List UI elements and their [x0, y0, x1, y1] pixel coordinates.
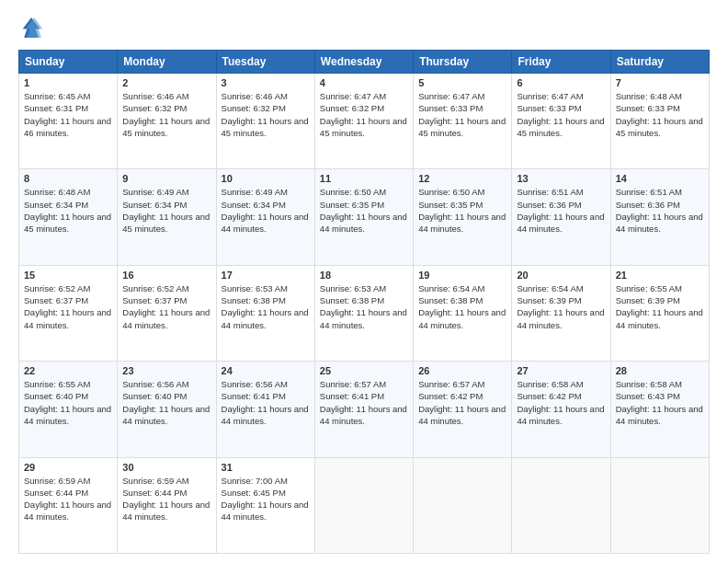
day-number: 31	[222, 462, 310, 473]
svg-marker-1	[26, 17, 43, 38]
cell-content: Sunrise: 6:59 AM Sunset: 6:44 PM Dayligh…	[24, 475, 112, 523]
day-number: 19	[418, 270, 506, 281]
day-number: 2	[122, 77, 210, 88]
day-number: 17	[222, 270, 310, 281]
cell-content: Sunrise: 6:45 AM Sunset: 6:31 PM Dayligh…	[24, 90, 112, 139]
day-header-friday: Friday	[512, 51, 610, 74]
calendar-cell: 24 Sunrise: 6:56 AM Sunset: 6:41 PM Dayl…	[216, 362, 314, 457]
calendar-cell	[512, 457, 610, 553]
calendar-cell: 23 Sunrise: 6:56 AM Sunset: 6:40 PM Dayl…	[118, 362, 216, 457]
calendar-cell: 7 Sunrise: 6:48 AM Sunset: 6:33 PM Dayli…	[610, 74, 709, 169]
day-number: 15	[24, 270, 112, 281]
calendar-cell: 30 Sunrise: 6:59 AM Sunset: 6:44 PM Dayl…	[118, 457, 216, 553]
day-number: 22	[24, 365, 112, 376]
day-number: 18	[320, 270, 408, 281]
day-number: 4	[320, 77, 408, 88]
cell-content: Sunrise: 6:58 AM Sunset: 6:42 PM Dayligh…	[517, 378, 605, 427]
day-number: 9	[122, 173, 210, 184]
cell-content: Sunrise: 6:54 AM Sunset: 6:39 PM Dayligh…	[517, 282, 605, 331]
calendar-cell: 27 Sunrise: 6:58 AM Sunset: 6:42 PM Dayl…	[512, 362, 610, 457]
cell-content: Sunrise: 6:57 AM Sunset: 6:41 PM Dayligh…	[320, 378, 408, 427]
calendar-cell: 20 Sunrise: 6:54 AM Sunset: 6:39 PM Dayl…	[512, 265, 610, 361]
cell-content: Sunrise: 6:56 AM Sunset: 6:40 PM Dayligh…	[122, 378, 210, 427]
cell-content: Sunrise: 6:50 AM Sunset: 6:35 PM Dayligh…	[320, 186, 408, 235]
header	[18, 15, 710, 40]
day-header-monday: Monday	[118, 51, 216, 74]
calendar-week-5: 29 Sunrise: 6:59 AM Sunset: 6:44 PM Dayl…	[19, 457, 710, 553]
calendar-cell: 15 Sunrise: 6:52 AM Sunset: 6:37 PM Dayl…	[19, 265, 118, 361]
day-number: 26	[418, 365, 506, 376]
day-number: 27	[517, 365, 605, 376]
calendar-cell: 25 Sunrise: 6:57 AM Sunset: 6:41 PM Dayl…	[314, 362, 413, 457]
cell-content: Sunrise: 6:52 AM Sunset: 6:37 PM Dayligh…	[122, 282, 210, 331]
day-number: 28	[616, 365, 704, 376]
cell-content: Sunrise: 6:46 AM Sunset: 6:32 PM Dayligh…	[122, 90, 210, 139]
day-number: 8	[24, 173, 112, 184]
calendar-cell: 11 Sunrise: 6:50 AM Sunset: 6:35 PM Dayl…	[314, 169, 413, 265]
calendar-cell: 3 Sunrise: 6:46 AM Sunset: 6:32 PM Dayli…	[216, 74, 314, 169]
cell-content: Sunrise: 6:48 AM Sunset: 6:33 PM Dayligh…	[616, 90, 704, 139]
calendar-cell: 18 Sunrise: 6:53 AM Sunset: 6:38 PM Dayl…	[314, 265, 413, 361]
day-number: 5	[418, 77, 506, 88]
calendar-table: SundayMondayTuesdayWednesdayThursdayFrid…	[18, 50, 710, 554]
calendar-cell: 6 Sunrise: 6:47 AM Sunset: 6:33 PM Dayli…	[512, 74, 610, 169]
day-header-sunday: Sunday	[19, 51, 118, 74]
cell-content: Sunrise: 6:46 AM Sunset: 6:32 PM Dayligh…	[222, 90, 310, 139]
calendar-cell: 22 Sunrise: 6:55 AM Sunset: 6:40 PM Dayl…	[19, 362, 118, 457]
calendar-cell: 12 Sunrise: 6:50 AM Sunset: 6:35 PM Dayl…	[414, 169, 512, 265]
day-number: 13	[517, 173, 605, 184]
logo-icon	[18, 15, 44, 40]
day-number: 10	[222, 173, 310, 184]
page: SundayMondayTuesdayWednesdayThursdayFrid…	[0, 0, 728, 563]
logo	[18, 15, 48, 40]
cell-content: Sunrise: 6:57 AM Sunset: 6:42 PM Dayligh…	[418, 378, 506, 427]
calendar-cell: 4 Sunrise: 6:47 AM Sunset: 6:32 PM Dayli…	[314, 74, 413, 169]
day-number: 24	[222, 365, 310, 376]
calendar-cell: 16 Sunrise: 6:52 AM Sunset: 6:37 PM Dayl…	[118, 265, 216, 361]
calendar-week-3: 15 Sunrise: 6:52 AM Sunset: 6:37 PM Dayl…	[19, 265, 710, 361]
day-number: 25	[320, 365, 408, 376]
cell-content: Sunrise: 6:55 AM Sunset: 6:39 PM Dayligh…	[616, 282, 704, 331]
calendar-cell: 8 Sunrise: 6:48 AM Sunset: 6:34 PM Dayli…	[19, 169, 118, 265]
calendar-cell: 13 Sunrise: 6:51 AM Sunset: 6:36 PM Dayl…	[512, 169, 610, 265]
cell-content: Sunrise: 6:47 AM Sunset: 6:33 PM Dayligh…	[418, 90, 506, 139]
cell-content: Sunrise: 6:56 AM Sunset: 6:41 PM Dayligh…	[222, 378, 310, 427]
day-header-thursday: Thursday	[414, 51, 512, 74]
calendar-cell	[610, 457, 709, 553]
day-header-tuesday: Tuesday	[216, 51, 314, 74]
calendar-cell	[414, 457, 512, 553]
cell-content: Sunrise: 6:52 AM Sunset: 6:37 PM Dayligh…	[24, 282, 112, 331]
day-number: 11	[320, 173, 408, 184]
calendar-cell: 26 Sunrise: 6:57 AM Sunset: 6:42 PM Dayl…	[414, 362, 512, 457]
cell-content: Sunrise: 6:51 AM Sunset: 6:36 PM Dayligh…	[517, 186, 605, 235]
day-number: 3	[222, 77, 310, 88]
calendar-cell: 10 Sunrise: 6:49 AM Sunset: 6:34 PM Dayl…	[216, 169, 314, 265]
calendar-cell: 1 Sunrise: 6:45 AM Sunset: 6:31 PM Dayli…	[19, 74, 118, 169]
day-number: 29	[24, 462, 112, 473]
calendar-cell: 19 Sunrise: 6:54 AM Sunset: 6:38 PM Dayl…	[414, 265, 512, 361]
cell-content: Sunrise: 6:48 AM Sunset: 6:34 PM Dayligh…	[24, 186, 112, 235]
day-header-saturday: Saturday	[610, 51, 709, 74]
day-number: 12	[418, 173, 506, 184]
cell-content: Sunrise: 6:55 AM Sunset: 6:40 PM Dayligh…	[24, 378, 112, 427]
calendar-week-4: 22 Sunrise: 6:55 AM Sunset: 6:40 PM Dayl…	[19, 362, 710, 457]
cell-content: Sunrise: 6:49 AM Sunset: 6:34 PM Dayligh…	[122, 186, 210, 235]
calendar-cell: 5 Sunrise: 6:47 AM Sunset: 6:33 PM Dayli…	[414, 74, 512, 169]
calendar-cell: 14 Sunrise: 6:51 AM Sunset: 6:36 PM Dayl…	[610, 169, 709, 265]
calendar-cell: 9 Sunrise: 6:49 AM Sunset: 6:34 PM Dayli…	[118, 169, 216, 265]
day-number: 7	[616, 77, 704, 88]
calendar-cell	[314, 457, 413, 553]
cell-content: Sunrise: 6:47 AM Sunset: 6:33 PM Dayligh…	[517, 90, 605, 139]
calendar-cell: 21 Sunrise: 6:55 AM Sunset: 6:39 PM Dayl…	[610, 265, 709, 361]
calendar-cell: 29 Sunrise: 6:59 AM Sunset: 6:44 PM Dayl…	[19, 457, 118, 553]
cell-content: Sunrise: 7:00 AM Sunset: 6:45 PM Dayligh…	[222, 475, 310, 523]
day-number: 16	[122, 270, 210, 281]
day-number: 14	[616, 173, 704, 184]
day-header-wednesday: Wednesday	[314, 51, 413, 74]
cell-content: Sunrise: 6:53 AM Sunset: 6:38 PM Dayligh…	[222, 282, 310, 331]
day-number: 20	[517, 270, 605, 281]
calendar-week-1: 1 Sunrise: 6:45 AM Sunset: 6:31 PM Dayli…	[19, 74, 710, 169]
cell-content: Sunrise: 6:58 AM Sunset: 6:43 PM Dayligh…	[616, 378, 704, 427]
cell-content: Sunrise: 6:54 AM Sunset: 6:38 PM Dayligh…	[418, 282, 506, 331]
day-number: 23	[122, 365, 210, 376]
